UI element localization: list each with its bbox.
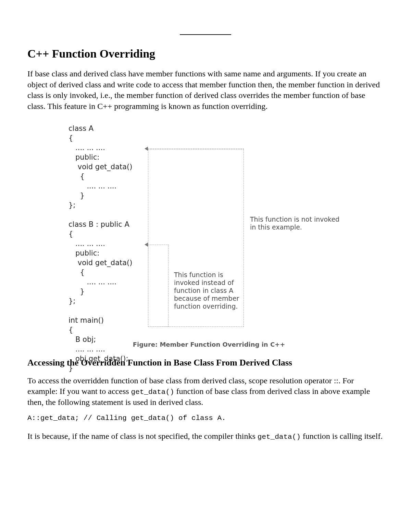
- figure-code: class A { .... ... .... public: void get…: [68, 124, 133, 373]
- annotation-box-class-a-top: [148, 149, 244, 149]
- annotation-box-class-b: [148, 245, 169, 327]
- code-line-scope-resolution: A::get_data; // Calling get_data() of cl…: [27, 414, 384, 422]
- page-title: C++ Function Overriding: [27, 47, 384, 60]
- horizontal-rule: [180, 34, 231, 35]
- intro-paragraph: If base class and derived class have mem…: [27, 69, 384, 112]
- text: It is because, if the name of class is n…: [27, 432, 258, 441]
- figure-overriding-diagram: class A { .... ... .... public: void get…: [68, 124, 349, 333]
- annotation-text-not-invoked: This function is not invoked in this exa…: [250, 215, 342, 231]
- inline-code-get-data: get_data(): [131, 388, 174, 396]
- arrow-icon: [145, 147, 148, 151]
- accessing-paragraph-1: To access the overridden function of bas…: [27, 375, 384, 408]
- arrow-icon: [145, 243, 148, 247]
- annotation-text-invoked-instead: This function is invoked instead of func…: [174, 271, 242, 310]
- accessing-paragraph-2: It is because, if the name of class is n…: [27, 431, 384, 442]
- text: function is calling itself.: [301, 432, 383, 441]
- inline-code-get-data: get_data(): [258, 433, 301, 441]
